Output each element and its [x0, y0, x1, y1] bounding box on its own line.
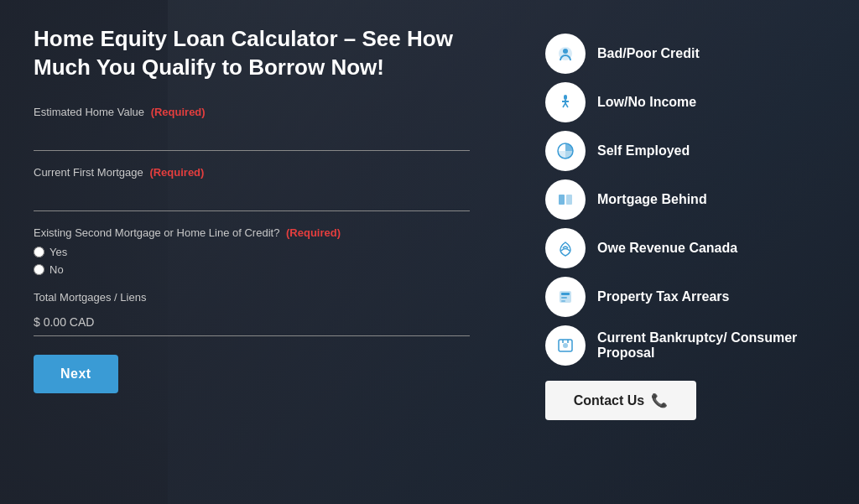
page-title: Home Equity Loan Calculator – See How Mu… [34, 25, 470, 82]
low-income-icon [545, 82, 586, 122]
bankruptcy-icon [545, 325, 586, 366]
svg-rect-11 [561, 293, 570, 295]
feature-bad-credit: Bad/Poor Credit [545, 34, 825, 74]
svg-rect-12 [561, 297, 567, 299]
phone-icon: 📞 [651, 392, 668, 408]
svg-line-6 [565, 103, 568, 107]
feature-self-employed: Self Employed [545, 131, 825, 171]
mortgage-input[interactable] [34, 184, 470, 211]
svg-rect-8 [559, 195, 565, 205]
home-value-group: Estimated Home Value (Required) [34, 106, 520, 151]
radio-no[interactable] [34, 264, 44, 275]
total-value-display: $ 0.00 CAD [34, 309, 470, 336]
feature-owe-revenue: Owe Revenue Canada [545, 228, 825, 268]
total-mortgages-group: Total Mortgages / Liens $ 0.00 CAD [34, 291, 520, 336]
svg-point-1 [563, 49, 568, 54]
svg-rect-2 [564, 95, 567, 100]
home-value-label: Estimated Home Value (Required) [34, 106, 520, 118]
mortgage-behind-icon [545, 179, 586, 220]
svg-line-5 [563, 103, 565, 107]
svg-rect-9 [566, 195, 572, 205]
contact-us-button[interactable]: Contact Us 📞 [545, 381, 696, 420]
second-mortgage-label: Existing Second Mortgage or Home Line of… [34, 226, 520, 239]
radio-yes-label[interactable]: Yes [34, 246, 520, 258]
property-tax-icon [545, 277, 586, 317]
feature-bankruptcy: Current Bankruptcy/ Consumer Proposal [545, 325, 825, 366]
self-employed-icon [545, 131, 586, 171]
svg-rect-13 [561, 300, 565, 302]
second-mortgage-group: Existing Second Mortgage or Home Line of… [34, 226, 520, 276]
mortgage-label: Current First Mortgage (Required) [34, 166, 520, 179]
total-mortgages-label: Total Mortgages / Liens [34, 291, 520, 304]
feature-property-tax: Property Tax Arrears [545, 277, 825, 317]
mortgage-group: Current First Mortgage (Required) [34, 166, 520, 211]
owe-revenue-icon [545, 228, 586, 268]
svg-point-15 [563, 343, 568, 348]
right-panel: Bad/Poor Credit Low/No Income [537, 25, 825, 479]
home-value-input[interactable] [34, 123, 470, 151]
left-panel: Home Equity Loan Calculator – See How Mu… [34, 25, 537, 479]
feature-low-income: Low/No Income [545, 82, 825, 122]
next-button[interactable]: Next [34, 355, 118, 393]
feature-mortgage-behind: Mortgage Behind [545, 179, 825, 220]
radio-yes[interactable] [34, 247, 44, 257]
bad-credit-icon [545, 34, 586, 74]
radio-group: Yes No [34, 246, 520, 276]
radio-no-label[interactable]: No [34, 263, 520, 276]
